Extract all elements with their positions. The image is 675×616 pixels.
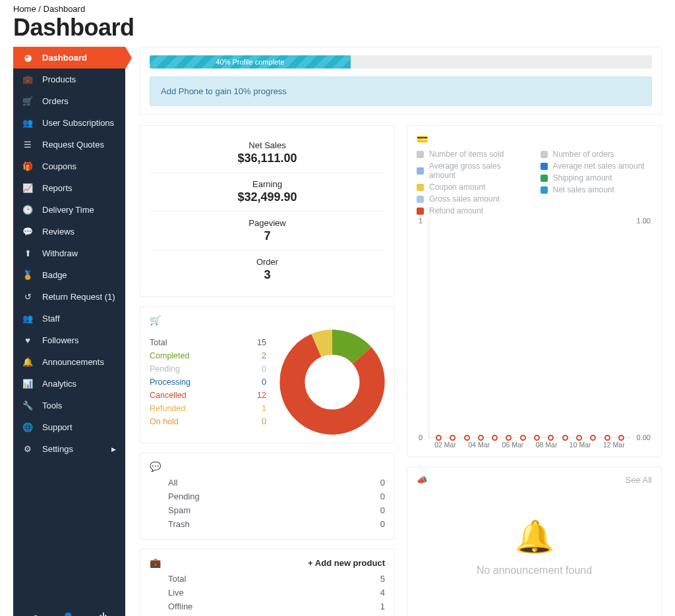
sidebar-item-products[interactable]: 💼Products: [13, 69, 125, 90]
phone-alert[interactable]: Add Phone to gain 10% progress: [150, 76, 652, 106]
heart-icon: ♥: [22, 335, 33, 345]
sidebar-item-label: Return Request (1): [42, 292, 115, 302]
legend-item[interactable]: Refund amount: [417, 205, 529, 217]
list-row: Spam0: [150, 503, 385, 517]
profile-progress-card: 40% Profile complete Add Phone to gain 1…: [140, 47, 662, 115]
sidebar-item-return-request-1-[interactable]: ↺Return Request (1): [13, 286, 125, 308]
megaphone-icon: 📣: [417, 475, 427, 485]
legend-swatch: [417, 196, 424, 203]
sidebar-item-request-quotes[interactable]: ☰Request Quotes: [13, 134, 125, 155]
data-point: [492, 435, 498, 441]
order-status-row: Processing0: [150, 376, 266, 389]
sidebar-item-coupons[interactable]: 🎁Coupons: [13, 155, 125, 177]
legend-swatch: [541, 186, 548, 194]
clock-icon: 🕑: [22, 205, 33, 215]
list-label: Live: [168, 588, 184, 598]
order-status-row: Refunded1: [150, 402, 266, 415]
sidebar-item-label: Products: [42, 74, 76, 84]
legend-item[interactable]: Average net sales amount: [541, 160, 653, 172]
order-status-value: 12: [257, 391, 266, 400]
sidebar-item-tools[interactable]: 🔧Tools: [13, 395, 125, 416]
sidebar-item-dashboard[interactable]: ◕Dashboard: [13, 47, 125, 69]
legend-item[interactable]: Number of items sold: [417, 148, 529, 160]
sidebar-item-label: Settings: [42, 444, 73, 454]
data-point: [548, 435, 554, 441]
x-tick: 12 Mar: [603, 441, 625, 449]
breadcrumb-current: Dashboard: [44, 4, 86, 14]
order-status-value: 2: [262, 351, 266, 360]
list-value: 1: [380, 602, 385, 611]
legend-swatch: [417, 151, 424, 158]
legend-item[interactable]: Average gross sales amount: [417, 160, 529, 181]
user-group-icon: 👥: [22, 314, 33, 323]
see-all-link[interactable]: See All: [626, 475, 652, 485]
data-point: [450, 435, 455, 441]
legend-item[interactable]: Shipping amount: [541, 172, 653, 184]
sidebar-item-followers[interactable]: ♥Followers: [13, 329, 125, 351]
x-tick: 08 Mar: [536, 441, 558, 449]
upload-icon: ⬆: [22, 248, 33, 258]
order-status-label: Pending: [150, 364, 180, 374]
y-right-top: 1.00: [637, 217, 651, 225]
order-status-label: On hold: [150, 417, 179, 426]
list-value: 0: [380, 519, 385, 529]
legend-label: Coupon amount: [429, 182, 485, 192]
progress-fill: 40% Profile complete: [150, 55, 351, 69]
legend-label: Average gross sales amount: [429, 161, 529, 180]
order-status-row: On hold0: [150, 415, 266, 428]
data-point: [590, 435, 596, 441]
order-status-row: Cancelled12: [150, 389, 266, 402]
bell-icon: 🔔: [22, 357, 33, 367]
list-icon: ☰: [22, 140, 33, 150]
legend-label: Shipping amount: [553, 173, 612, 182]
sidebar-item-label: Reports: [42, 183, 73, 193]
sidebar-item-user-subscriptions[interactable]: 👥User Subscriptions: [13, 112, 125, 134]
legend-item[interactable]: Gross sales amount: [417, 193, 529, 205]
sidebar-item-delivery-time[interactable]: 🕑Delivery Time: [13, 199, 125, 221]
stat-value: 7: [150, 229, 385, 243]
sidebar-item-settings[interactable]: ⚙Settings▶: [13, 438, 125, 460]
sidebar-item-support[interactable]: 🌐Support: [13, 416, 125, 438]
order-status-value: 0: [262, 364, 266, 374]
breadcrumb: Home / Dashboard: [0, 0, 675, 14]
legend-item[interactable]: Net sales amount: [541, 184, 653, 196]
sidebar-item-label: Orders: [42, 96, 69, 106]
add-product-link[interactable]: + Add new product: [308, 558, 385, 568]
sidebar-item-badge[interactable]: 🏅Badge: [13, 264, 125, 286]
sidebar-item-label: Badge: [42, 270, 67, 280]
data-point: [604, 435, 610, 441]
power-icon[interactable]: ⏻: [98, 612, 108, 616]
sidebar-item-label: Announcements: [42, 357, 104, 367]
user-icon[interactable]: 👤: [62, 612, 74, 616]
sidebar-item-analytics[interactable]: 📊Analytics: [13, 373, 125, 395]
breadcrumb-home[interactable]: Home: [13, 4, 36, 14]
sidebar-item-announcements[interactable]: 🔔Announcements: [13, 351, 125, 373]
card-icon: 💳: [417, 134, 652, 144]
sidebar-item-label: Support: [42, 422, 73, 432]
legend-item[interactable]: Coupon amount: [417, 181, 529, 193]
list-row: Total5: [150, 572, 385, 586]
sidebar-item-label: Followers: [42, 335, 79, 345]
data-point: [506, 435, 512, 441]
legend-swatch: [417, 208, 424, 215]
legend-item[interactable]: Number of orders: [541, 148, 653, 160]
sidebar-item-label: Coupons: [42, 161, 76, 171]
sidebar-item-reports[interactable]: 📈Reports: [13, 177, 125, 199]
legend-swatch: [417, 167, 424, 175]
users-icon: 👥: [22, 118, 33, 128]
stat-earning: Earning$32,499.90: [150, 173, 385, 211]
orders-donut-chart: [279, 329, 385, 435]
sidebar-item-orders[interactable]: 🛒Orders: [13, 90, 125, 112]
sidebar-item-reviews[interactable]: 💬Reviews: [13, 221, 125, 242]
list-label: All: [168, 478, 177, 488]
sidebar-item-label: Delivery Time: [42, 205, 94, 215]
sidebar-item-withdraw[interactable]: ⬆Withdraw: [13, 242, 125, 264]
list-value: 0: [380, 491, 385, 501]
sidebar-item-staff[interactable]: 👥Staff: [13, 308, 125, 329]
list-row: Pending0: [150, 490, 385, 503]
x-tick: 02 Mar: [434, 441, 456, 449]
external-icon[interactable]: ↗: [30, 612, 39, 616]
order-status-value: 15: [257, 338, 266, 347]
order-status-row: Total15: [150, 336, 266, 349]
sidebar-item-label: Dashboard: [42, 53, 87, 63]
